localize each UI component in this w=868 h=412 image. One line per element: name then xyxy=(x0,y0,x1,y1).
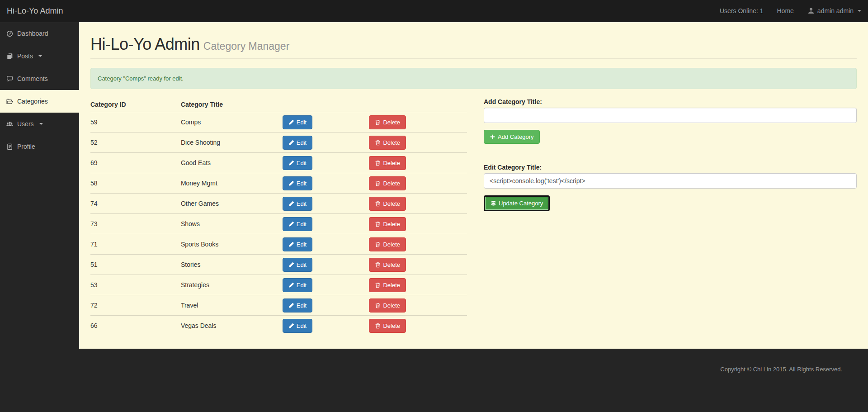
add-category-button[interactable]: Add Category xyxy=(484,130,540,144)
edit-button[interactable]: Edit xyxy=(283,156,312,170)
category-id-cell: 71 xyxy=(90,234,181,255)
edit-cell: Edit xyxy=(283,153,369,173)
table-row: 71 Sports Books Edit Delete xyxy=(90,234,467,255)
edit-category-group: Edit Category Title: Update Category xyxy=(484,164,857,211)
delete-button-label: Delete xyxy=(383,303,400,308)
category-title-header: Category Title xyxy=(181,98,283,112)
edit-button-label: Edit xyxy=(297,303,307,308)
category-title-cell: Dice Shooting xyxy=(181,133,283,153)
edit-button[interactable]: Edit xyxy=(283,197,312,211)
home-label: Home xyxy=(777,7,793,14)
table-header-row: Category ID Category Title xyxy=(90,98,467,112)
pencil-icon xyxy=(288,303,294,308)
category-id-cell: 53 xyxy=(90,275,181,295)
sidebar: Dashboard Posts Comments Categories User… xyxy=(0,22,79,349)
delete-cell: Delete xyxy=(369,194,467,214)
table-row: 58 Money Mgmt Edit Delete xyxy=(90,173,467,194)
alert-message: Category "Comps" ready for edit. xyxy=(98,75,184,82)
delete-button[interactable]: Delete xyxy=(369,319,406,333)
navbar-right: Users Online: 1 Home admin admin xyxy=(713,0,868,22)
caret-down-icon xyxy=(39,123,43,125)
add-category-button-label: Add Category xyxy=(498,134,534,140)
content-row: Category ID Category Title 59 Comps Edi xyxy=(90,98,857,336)
sidebar-item-profile[interactable]: Profile xyxy=(0,135,79,158)
delete-button[interactable]: Delete xyxy=(369,197,406,211)
page-header: Hi-Lo-Yo AdminCategory Manager xyxy=(90,35,857,59)
edit-button[interactable]: Edit xyxy=(283,136,312,150)
top-navbar: Hi-Lo-Yo Admin Users Online: 1 Home admi… xyxy=(0,0,868,22)
update-category-button[interactable]: Update Category xyxy=(484,195,550,211)
trash-icon xyxy=(375,323,381,329)
category-id-cell: 59 xyxy=(90,112,181,133)
pencil-icon xyxy=(288,119,294,125)
edit-button-label: Edit xyxy=(297,140,307,146)
navbar-brand[interactable]: Hi-Lo-Yo Admin xyxy=(0,0,70,22)
categories-table: Category ID Category Title 59 Comps Edi xyxy=(90,98,467,336)
pencil-icon xyxy=(288,140,294,146)
page-title: Hi-Lo-Yo AdminCategory Manager xyxy=(90,35,857,54)
edit-button[interactable]: Edit xyxy=(283,237,312,251)
category-title-cell: Vegas Deals xyxy=(181,316,283,336)
delete-button[interactable]: Delete xyxy=(369,278,406,292)
user-dropdown[interactable]: admin admin xyxy=(801,0,868,22)
delete-button-label: Delete xyxy=(383,242,400,247)
sidebar-item-label: Posts xyxy=(17,52,33,60)
delete-button[interactable]: Delete xyxy=(369,156,406,170)
edit-button[interactable]: Edit xyxy=(283,298,312,313)
delete-button[interactable]: Delete xyxy=(369,298,406,313)
sidebar-item-label: Profile xyxy=(17,143,35,150)
category-title-cell: Sports Books xyxy=(181,234,283,255)
add-category-group: Add Category Title: Add Category xyxy=(484,98,857,144)
delete-button-label: Delete xyxy=(383,221,400,227)
sidebar-item-posts[interactable]: Posts xyxy=(0,45,79,67)
home-link[interactable]: Home xyxy=(770,0,800,22)
pencil-icon xyxy=(288,201,294,207)
delete-button[interactable]: Delete xyxy=(369,258,406,272)
category-id-cell: 74 xyxy=(90,194,181,214)
delete-button[interactable]: Delete xyxy=(369,136,406,150)
edit-button[interactable]: Edit xyxy=(283,278,312,292)
edit-button-label: Edit xyxy=(297,201,307,207)
page-footer: Copyright © Chi Lin 2015. All Rights Res… xyxy=(0,349,868,412)
edit-category-input[interactable] xyxy=(484,173,857,189)
profile-icon xyxy=(6,143,13,150)
category-title-cell: Money Mgmt xyxy=(181,173,283,194)
add-category-input[interactable] xyxy=(484,108,857,123)
sidebar-item-comments[interactable]: Comments xyxy=(0,67,79,90)
trash-icon xyxy=(375,242,381,247)
trash-icon xyxy=(375,180,381,186)
category-forms-panel: Add Category Title: Add Category Edit Ca… xyxy=(484,98,857,211)
delete-button[interactable]: Delete xyxy=(369,237,406,251)
edit-button-label: Edit xyxy=(297,262,307,268)
delete-button[interactable]: Delete xyxy=(369,217,406,231)
edit-button[interactable]: Edit xyxy=(283,258,312,272)
sidebar-item-users[interactable]: Users xyxy=(0,113,79,135)
category-id-cell: 51 xyxy=(90,255,181,275)
copyright-text: Copyright © Chi Lin 2015. All Rights Res… xyxy=(720,366,842,373)
pencil-icon xyxy=(288,323,294,329)
sidebar-item-categories[interactable]: Categories xyxy=(0,90,79,113)
delete-button[interactable]: Delete xyxy=(369,115,406,129)
category-title-cell: Comps xyxy=(181,112,283,133)
delete-button-label: Delete xyxy=(383,180,400,186)
category-title-cell: Shows xyxy=(181,214,283,234)
edit-cell: Edit xyxy=(283,112,369,133)
category-id-cell: 58 xyxy=(90,173,181,194)
edit-category-label: Edit Category Title: xyxy=(484,164,857,171)
category-title-cell: Other Games xyxy=(181,194,283,214)
edit-button[interactable]: Edit xyxy=(283,115,312,129)
category-id-cell: 73 xyxy=(90,214,181,234)
edit-cell: Edit xyxy=(283,275,369,295)
sidebar-item-dashboard[interactable]: Dashboard xyxy=(0,22,79,45)
delete-cell: Delete xyxy=(369,133,467,153)
pencil-icon xyxy=(288,160,294,166)
edit-button[interactable]: Edit xyxy=(283,319,312,333)
edit-cell: Edit xyxy=(283,214,369,234)
users-online-label: Users Online: 1 xyxy=(720,7,763,14)
edit-button[interactable]: Edit xyxy=(283,217,312,231)
delete-button-label: Delete xyxy=(383,201,400,207)
edit-button[interactable]: Edit xyxy=(283,176,312,190)
table-row: 66 Vegas Deals Edit Delete xyxy=(90,316,467,336)
category-id-cell: 72 xyxy=(90,295,181,316)
delete-button[interactable]: Delete xyxy=(369,176,406,190)
